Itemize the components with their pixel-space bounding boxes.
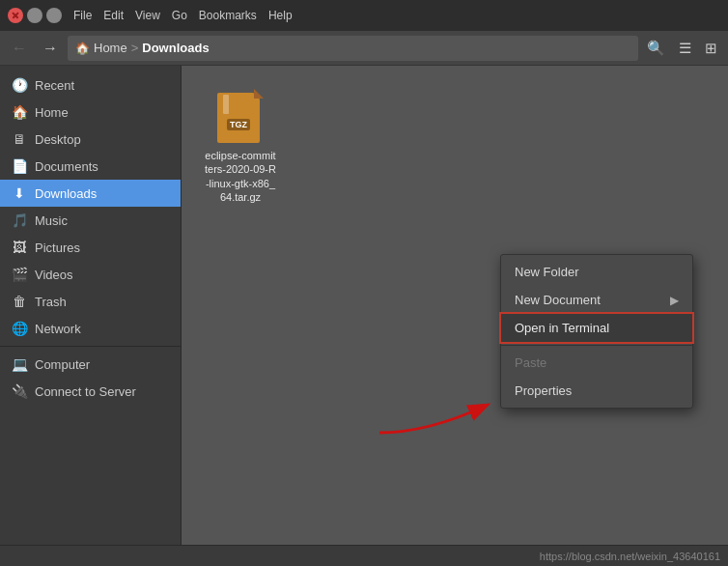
grid-view-button[interactable]: ⊞ bbox=[700, 38, 722, 59]
sidebar-label-downloads: Downloads bbox=[35, 186, 169, 201]
main-layout: 🕐 Recent 🏠 Home 🖥 Desktop 📄 Documents ⬇ … bbox=[0, 66, 728, 545]
menu-edit[interactable]: Edit bbox=[103, 9, 124, 22]
menu-bookmarks[interactable]: Bookmarks bbox=[199, 9, 257, 22]
close-button[interactable] bbox=[8, 8, 23, 23]
list-view-button[interactable]: ☰ bbox=[674, 38, 696, 59]
statusbar: https://blog.csdn.net/weixin_43640161 bbox=[0, 545, 728, 566]
titlebar: File Edit View Go Bookmarks Help bbox=[0, 0, 728, 31]
documents-icon: 📄 bbox=[12, 158, 27, 174]
file-label-eclipse: eclipse-committers-2020-09-R-linux-gtk-x… bbox=[205, 149, 276, 204]
menu-help[interactable]: Help bbox=[268, 9, 293, 22]
file-area[interactable]: TGZ eclipse-committers-2020-09-R-linux-g… bbox=[182, 66, 728, 545]
sidebar-item-music[interactable]: 🎵 Music bbox=[0, 207, 181, 234]
network-icon: 🌐 bbox=[12, 321, 27, 336]
arrow-svg bbox=[370, 384, 495, 442]
pictures-icon: 🖼 bbox=[12, 240, 27, 255]
maximize-button[interactable] bbox=[46, 8, 62, 23]
menu-view[interactable]: View bbox=[135, 9, 160, 22]
window-controls bbox=[8, 8, 62, 23]
context-menu: New Folder New Document ▶ Open in Termin… bbox=[500, 254, 693, 409]
menu-file[interactable]: File bbox=[73, 9, 92, 22]
trash-icon: 🗑 bbox=[12, 294, 27, 309]
menu-bar: File Edit View Go Bookmarks Help bbox=[73, 9, 293, 22]
sidebar-label-pictures: Pictures bbox=[35, 241, 169, 255]
statusbar-url: https://blog.csdn.net/weixin_43640161 bbox=[540, 551, 720, 562]
cm-open-terminal-label: Open in Terminal bbox=[515, 321, 609, 335]
sidebar-label-home: Home bbox=[35, 105, 169, 120]
sidebar-item-home[interactable]: 🏠 Home bbox=[0, 99, 181, 126]
computer-icon: 💻 bbox=[12, 356, 27, 372]
cm-new-folder[interactable]: New Folder bbox=[501, 258, 692, 286]
cm-new-document-label: New Document bbox=[515, 293, 601, 307]
sidebar-item-connect-server[interactable]: 🔌 Connect to Server bbox=[0, 378, 181, 405]
sidebar-item-downloads[interactable]: ⬇ Downloads bbox=[0, 180, 181, 207]
music-icon: 🎵 bbox=[12, 212, 27, 228]
cm-open-terminal[interactable]: Open in Terminal bbox=[501, 314, 692, 342]
breadcrumb[interactable]: 🏠 Home > Downloads bbox=[68, 36, 638, 61]
cm-separator bbox=[501, 345, 692, 346]
file-decoration bbox=[223, 95, 229, 114]
sidebar-label-videos: Videos bbox=[35, 268, 169, 282]
sidebar-label-connect-server: Connect to Server bbox=[35, 384, 169, 399]
sidebar-label-computer: Computer bbox=[35, 357, 169, 372]
sidebar-item-pictures[interactable]: 🖼 Pictures bbox=[0, 234, 181, 261]
home-icon: 🏠 bbox=[75, 42, 90, 55]
sidebar-item-recent[interactable]: 🕐 Recent bbox=[0, 71, 181, 99]
breadcrumb-separator: > bbox=[131, 41, 139, 55]
cm-new-document-arrow: ▶ bbox=[670, 294, 679, 307]
arrow-annotation bbox=[370, 384, 495, 445]
sidebar-label-music: Music bbox=[35, 213, 169, 228]
sidebar-item-trash[interactable]: 🗑 Trash bbox=[0, 288, 181, 315]
cm-new-folder-label: New Folder bbox=[515, 265, 578, 279]
cm-properties[interactable]: Properties bbox=[501, 377, 692, 405]
sidebar: 🕐 Recent 🏠 Home 🖥 Desktop 📄 Documents ⬇ … bbox=[0, 66, 182, 545]
toolbar-actions: 🔍 ☰ ⊞ bbox=[642, 38, 722, 59]
downloads-icon: ⬇ bbox=[12, 185, 27, 201]
sidebar-label-desktop: Desktop bbox=[35, 132, 169, 147]
sidebar-label-trash: Trash bbox=[35, 295, 169, 309]
menu-go[interactable]: Go bbox=[172, 9, 187, 22]
breadcrumb-current: Downloads bbox=[142, 41, 209, 55]
sidebar-item-computer[interactable]: 💻 Computer bbox=[0, 351, 181, 378]
cm-properties-label: Properties bbox=[515, 383, 572, 398]
sidebar-item-documents[interactable]: 📄 Documents bbox=[0, 153, 181, 180]
desktop-icon: 🖥 bbox=[12, 131, 27, 147]
minimize-button[interactable] bbox=[27, 8, 42, 23]
file-fold-corner bbox=[254, 89, 264, 99]
file-icon-tgz: TGZ bbox=[217, 89, 264, 143]
sidebar-item-videos[interactable]: 🎬 Videos bbox=[0, 261, 181, 288]
sidebar-label-network: Network bbox=[35, 322, 169, 336]
sidebar-item-network[interactable]: 🌐 Network bbox=[0, 315, 181, 342]
recent-icon: 🕐 bbox=[12, 77, 27, 93]
toolbar: ← → 🏠 Home > Downloads 🔍 ☰ ⊞ bbox=[0, 31, 728, 66]
videos-icon: 🎬 bbox=[12, 267, 27, 282]
search-button[interactable]: 🔍 bbox=[642, 38, 670, 59]
cm-paste[interactable]: Paste bbox=[501, 349, 692, 377]
forward-button[interactable]: → bbox=[37, 38, 64, 59]
sidebar-separator bbox=[0, 346, 181, 347]
connect-server-icon: 🔌 bbox=[12, 383, 27, 399]
file-type-label: TGZ bbox=[227, 119, 250, 130]
cm-paste-label: Paste bbox=[515, 355, 546, 370]
back-button[interactable]: ← bbox=[6, 38, 33, 59]
home-sidebar-icon: 🏠 bbox=[12, 104, 27, 120]
breadcrumb-home[interactable]: Home bbox=[94, 41, 127, 55]
file-item-eclipse[interactable]: TGZ eclipse-committers-2020-09-R-linux-g… bbox=[197, 81, 284, 212]
sidebar-label-recent: Recent bbox=[35, 78, 169, 93]
sidebar-item-desktop[interactable]: 🖥 Desktop bbox=[0, 126, 181, 153]
cm-new-document[interactable]: New Document ▶ bbox=[501, 286, 692, 314]
sidebar-label-documents: Documents bbox=[35, 159, 169, 174]
